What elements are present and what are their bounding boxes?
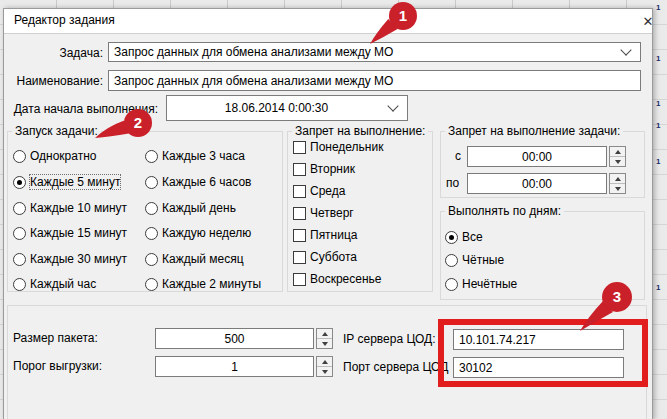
callout-2-number: 2 <box>134 114 142 131</box>
radio-label: Каждый месяц <box>162 252 244 266</box>
packet-size-spinner[interactable] <box>316 328 333 349</box>
radio-icon <box>145 278 158 291</box>
unload-threshold-spinner[interactable] <box>316 356 333 377</box>
time-from-value: 00:00 <box>522 150 552 164</box>
radio-every-10-min[interactable]: Каждые 10 минут <box>13 200 127 216</box>
radio-label: Нечётные <box>462 277 517 291</box>
server-ip-label: IP сервера ЦОД: <box>343 332 436 347</box>
radio-every-15-min[interactable]: Каждые 15 минут <box>13 225 127 241</box>
checkbox-tuesday[interactable]: Вторник <box>293 161 355 177</box>
checkbox-saturday[interactable]: Суббота <box>293 249 357 265</box>
checkbox-label: Среда <box>310 184 345 198</box>
checkbox-label: Вторник <box>310 162 355 176</box>
time-from-spinner[interactable] <box>609 146 626 167</box>
checkbox-label: Воскресенье <box>310 272 382 286</box>
chevron-down-icon[interactable] <box>620 44 631 55</box>
time-to-value: 00:00 <box>522 177 552 191</box>
by-days-group-title: Выполнять по дням: <box>445 204 564 218</box>
background-grid-digit: 1 <box>656 284 660 292</box>
radio-icon <box>13 253 26 266</box>
background-grid <box>0 0 667 8</box>
radio-icon <box>145 176 158 189</box>
spin-up-icon[interactable] <box>610 147 625 157</box>
radio-label: Однократно <box>30 149 97 163</box>
callout-1: 1 <box>368 1 418 46</box>
callout-1-number: 1 <box>399 7 407 24</box>
unload-threshold-field[interactable]: 1 <box>155 356 314 377</box>
close-icon[interactable]: ✕ <box>636 9 660 33</box>
radio-label: Каждые 2 минуты <box>162 277 261 291</box>
time-from-field[interactable]: 00:00 <box>467 146 607 167</box>
checkbox-icon <box>293 141 306 154</box>
radio-label: Каждые 6 часов <box>162 175 251 189</box>
radio-selected-icon <box>13 176 26 189</box>
callout-3: 3 <box>578 281 635 332</box>
checkbox-icon <box>293 163 306 176</box>
packet-size-value: 500 <box>224 332 244 346</box>
time-to-field[interactable]: 00:00 <box>467 173 607 194</box>
spin-up-icon[interactable] <box>317 357 332 367</box>
spin-down-icon[interactable] <box>317 339 332 348</box>
background-grid-digit: 1 <box>656 122 660 130</box>
checkbox-label: Пятница <box>310 228 358 242</box>
checkbox-icon <box>293 273 306 286</box>
packet-size-label: Размер пакета: <box>13 331 98 346</box>
radio-every-hour[interactable]: Каждый час <box>13 276 96 292</box>
radio-every-week[interactable]: Каждую неделю <box>145 225 251 241</box>
start-date-combobox[interactable]: 18.06.2014 0:00:30 <box>166 95 408 121</box>
radio-every-day[interactable]: Каждый день <box>145 200 236 216</box>
checkbox-friday[interactable]: Пятница <box>293 227 358 243</box>
radio-label: Каждый час <box>30 277 96 291</box>
background-grid-digit: 1 <box>656 55 660 63</box>
radio-even-days[interactable]: Чётные <box>445 252 504 268</box>
spin-down-icon[interactable] <box>610 184 625 193</box>
checkbox-icon <box>293 207 306 220</box>
screen: 1 1 1 1 1 1 Редактор задания ✕ Задача: З… <box>0 0 667 419</box>
radio-every-6-hours[interactable]: Каждые 6 часов <box>145 174 251 190</box>
checkbox-label: Четверг <box>310 206 354 220</box>
radio-icon <box>145 202 158 215</box>
radio-icon <box>445 254 458 267</box>
radio-every-month[interactable]: Каждый месяц <box>145 251 244 267</box>
radio-every-30-min[interactable]: Каждые 30 минут <box>13 251 127 267</box>
radio-every-5-min[interactable]: Каждые 5 минут <box>13 174 120 190</box>
radio-label: Каждые 5 минут <box>30 175 120 189</box>
spin-up-icon[interactable] <box>610 174 625 184</box>
time-to-spinner[interactable] <box>609 173 626 194</box>
start-date-value: 18.06.2014 0:00:30 <box>225 101 328 115</box>
checkbox-monday[interactable]: Понедельник <box>293 139 383 155</box>
radio-every-3-hours[interactable]: Каждые 3 часа <box>145 148 245 164</box>
radio-label: Каждые 15 минут <box>30 226 127 240</box>
radio-icon <box>445 278 458 291</box>
checkbox-thursday[interactable]: Четверг <box>293 205 354 221</box>
background-grid-digit: 1 <box>656 158 660 166</box>
radio-every-2-min[interactable]: Каждые 2 минуты <box>145 276 261 292</box>
spin-down-icon[interactable] <box>610 157 625 166</box>
radio-all-days[interactable]: Все <box>445 229 483 245</box>
radio-icon <box>145 150 158 163</box>
checkbox-wednesday[interactable]: Среда <box>293 183 345 199</box>
radio-once[interactable]: Однократно <box>13 148 97 164</box>
radio-icon <box>13 278 26 291</box>
forbid-time-group-title: Запрет на выполнение задачи: <box>445 124 623 138</box>
radio-label: Чётные <box>462 253 504 267</box>
launch-group-title: Запуск задачи: <box>12 124 101 138</box>
spin-up-icon[interactable] <box>317 329 332 339</box>
name-field-value: Запрос данных для обмена анализами между… <box>114 74 393 88</box>
radio-selected-icon <box>445 231 458 244</box>
radio-icon <box>145 253 158 266</box>
radio-label: Каждые 30 минут <box>30 252 127 266</box>
packet-size-field[interactable]: 500 <box>155 328 314 349</box>
radio-icon <box>13 202 26 215</box>
radio-odd-days[interactable]: Нечётные <box>445 276 517 292</box>
callout-3-number: 3 <box>613 288 621 305</box>
name-field[interactable]: Запрос данных для обмена анализами между… <box>108 70 641 91</box>
checkbox-icon <box>293 185 306 198</box>
checkbox-sunday[interactable]: Воскресенье <box>293 271 382 287</box>
chevron-down-icon[interactable] <box>387 100 398 111</box>
checkbox-icon <box>293 229 306 242</box>
radio-icon <box>13 150 26 163</box>
server-port-label: Порт сервера ЦОД <box>343 360 448 375</box>
spin-down-icon[interactable] <box>317 367 332 376</box>
radio-label: Каждый день <box>162 201 236 215</box>
